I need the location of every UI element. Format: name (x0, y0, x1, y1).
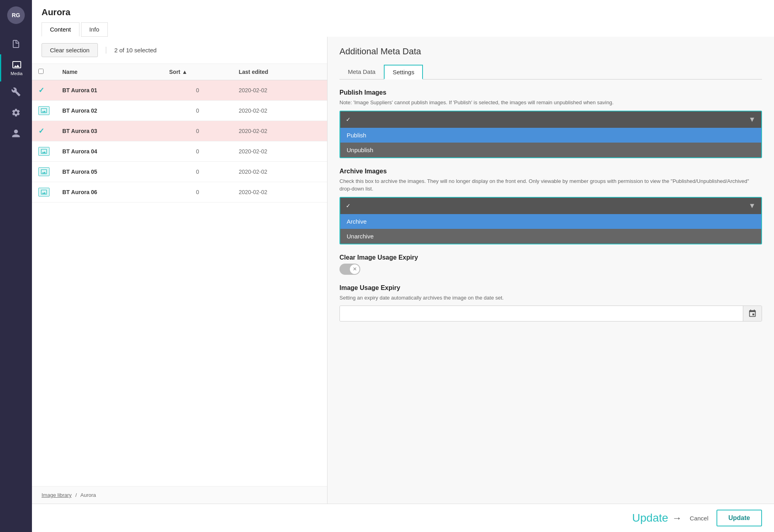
update-hint-arrow-icon: → (672, 512, 682, 524)
publish-dropdown[interactable]: ✓ ▼ Publish Unpublish (339, 111, 762, 158)
row-name: BT Aurora 06 (56, 182, 163, 202)
selection-count: 2 of 10 selected (106, 47, 157, 54)
cancel-button[interactable]: Cancel (688, 512, 710, 525)
wrench-icon (11, 87, 21, 97)
sidebar-item-media[interactable]: Media (0, 54, 32, 81)
row-sort: 0 (163, 141, 232, 162)
archive-option-unarchive[interactable]: Unarchive (340, 229, 761, 244)
row-name: BT Aurora 05 (56, 162, 163, 182)
publish-dropdown-header[interactable]: ✓ ▼ (340, 111, 761, 128)
toggle-container: ✕ (339, 264, 762, 275)
image-expiry-note: Setting an expiry date automatically arc… (339, 294, 762, 302)
archive-dropdown-arrow-icon: ▼ (748, 202, 756, 210)
row-name: BT Aurora 04 (56, 141, 163, 162)
row-sort: 0 (163, 182, 232, 202)
left-panel: Clear selection 2 of 10 selected Name (32, 37, 327, 504)
row-date: 2020-02-02 (232, 141, 327, 162)
user-icon (11, 129, 21, 138)
toolbar: Clear selection 2 of 10 selected (32, 37, 327, 64)
calendar-button[interactable] (743, 306, 762, 321)
right-panel: Additional Meta Data Meta Data Settings … (327, 37, 774, 504)
right-panel-title: Additional Meta Data (339, 46, 762, 57)
tab-info[interactable]: Info (81, 22, 108, 37)
clear-expiry-section: Clear Image Usage Expiry ✕ (339, 254, 762, 275)
sidebar-item-document[interactable] (0, 34, 32, 54)
row-check-icon: ✓ (38, 86, 44, 94)
row-thumbnail (38, 188, 50, 197)
sidebar: RG Media (0, 0, 32, 532)
publish-option-publish[interactable]: Publish (340, 128, 761, 143)
main-area: Aurora Content Info Clear selection 2 of… (32, 0, 774, 532)
archive-dropdown[interactable]: ✓ ▼ Archive Unarchive (339, 197, 762, 244)
col-header-checkbox (32, 64, 56, 80)
archive-images-note: Check this box to archive the images. Th… (339, 177, 762, 193)
content-area: Aurora Content Info Clear selection 2 of… (32, 0, 774, 504)
table-row[interactable]: BT Aurora 0202020-02-02 (32, 101, 327, 121)
table-row[interactable]: BT Aurora 0502020-02-02 (32, 162, 327, 182)
sidebar-item-user[interactable] (0, 123, 32, 144)
row-sort: 0 (163, 121, 232, 141)
page-header: Aurora Content Info (32, 0, 774, 37)
image-expiry-section: Image Usage Expiry Setting an expiry dat… (339, 284, 762, 322)
clear-selection-button[interactable]: Clear selection (42, 43, 98, 57)
publish-images-section: Publish Images Note: 'Image Suppliers' c… (339, 89, 762, 158)
table-row[interactable]: ✓BT Aurora 0102020-02-02 (32, 80, 327, 101)
publish-dropdown-arrow-icon: ▼ (748, 115, 756, 124)
breadcrumb-current: Aurora (80, 492, 96, 498)
clear-expiry-heading: Clear Image Usage Expiry (339, 254, 762, 261)
col-header-sort[interactable]: Sort ▲ (163, 64, 232, 80)
row-thumbnail (38, 147, 50, 156)
bottom-bar: Update → Cancel Update (32, 504, 774, 532)
archive-dropdown-header[interactable]: ✓ ▼ (340, 198, 761, 214)
gear-icon (11, 108, 21, 117)
tab-settings[interactable]: Settings (384, 65, 423, 79)
file-table: Name Sort ▲ Last edited ✓BT Aurora 01020… (32, 64, 327, 486)
sidebar-item-media-label: Media (11, 71, 23, 76)
split-layout: Clear selection 2 of 10 selected Name (32, 37, 774, 504)
calendar-icon (748, 309, 757, 318)
row-date: 2020-02-02 (232, 121, 327, 141)
row-sort: 0 (163, 101, 232, 121)
archive-check-icon: ✓ (346, 202, 351, 209)
row-date: 2020-02-02 (232, 182, 327, 202)
row-date: 2020-02-02 (232, 80, 327, 101)
row-date: 2020-02-02 (232, 101, 327, 121)
row-name: BT Aurora 01 (56, 80, 163, 101)
table-row[interactable]: ✓BT Aurora 0302020-02-02 (32, 121, 327, 141)
publish-images-heading: Publish Images (339, 89, 762, 96)
sidebar-item-tools[interactable] (0, 81, 32, 102)
document-icon (11, 39, 21, 49)
archive-images-heading: Archive Images (339, 168, 762, 175)
tab-content[interactable]: Content (42, 22, 79, 37)
archive-images-section: Archive Images Check this box to archive… (339, 168, 762, 244)
publish-images-note: Note: 'Image Suppliers' cannot publish i… (339, 99, 762, 107)
tab-meta-data[interactable]: Meta Data (339, 65, 384, 79)
date-input-row (339, 306, 762, 322)
breadcrumb-separator: / (75, 492, 77, 498)
select-all-checkbox[interactable] (38, 69, 44, 74)
toggle-x-icon: ✕ (353, 266, 357, 272)
row-name: BT Aurora 03 (56, 121, 163, 141)
row-thumbnail (38, 106, 50, 115)
sidebar-item-settings[interactable] (0, 102, 32, 123)
update-hint: Update → (632, 512, 682, 524)
row-check-icon: ✓ (38, 127, 44, 135)
row-name: BT Aurora 02 (56, 101, 163, 121)
tab-bar: Content Info (42, 22, 764, 37)
row-thumbnail (38, 167, 50, 176)
publish-check-icon: ✓ (346, 116, 351, 123)
avatar: RG (7, 6, 25, 24)
update-button[interactable]: Update (716, 510, 762, 526)
image-expiry-heading: Image Usage Expiry (339, 284, 762, 292)
clear-expiry-toggle[interactable]: ✕ (339, 264, 360, 275)
publish-option-unpublish[interactable]: Unpublish (340, 143, 761, 157)
col-header-name: Name (56, 64, 163, 80)
table-row[interactable]: BT Aurora 0402020-02-02 (32, 141, 327, 162)
breadcrumb-library-link[interactable]: Image library (42, 492, 71, 498)
meta-tab-bar: Meta Data Settings (339, 65, 762, 79)
row-sort: 0 (163, 162, 232, 182)
date-input-field[interactable] (340, 306, 743, 321)
archive-option-archive[interactable]: Archive (340, 214, 761, 229)
table-row[interactable]: BT Aurora 0602020-02-02 (32, 182, 327, 202)
col-header-date: Last edited (232, 64, 327, 80)
